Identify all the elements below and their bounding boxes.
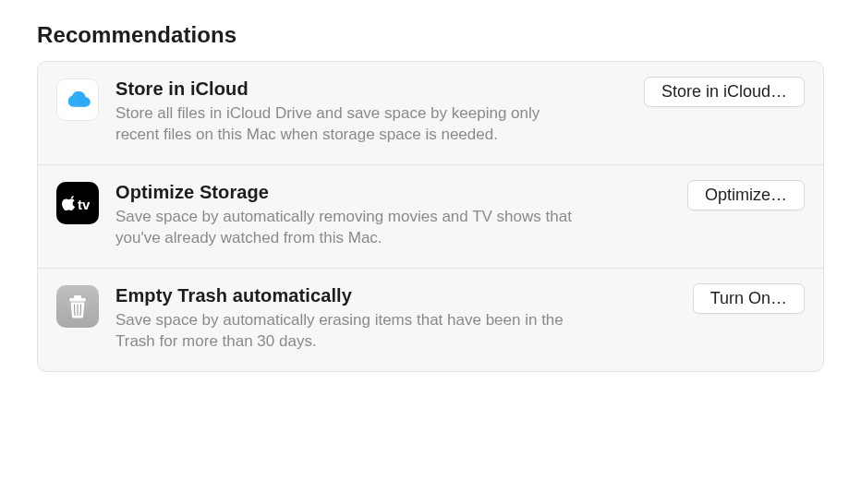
recommendations-panel: Store in iCloud Store all files in iClou… [37, 61, 824, 372]
trash-icon [56, 285, 99, 328]
row-desc-optimize-storage: Save space by automatically removing mov… [115, 207, 587, 249]
icloud-icon [56, 78, 99, 121]
row-title-store-in-icloud: Store in iCloud [115, 78, 629, 100]
row-store-in-icloud: Store in iCloud Store all files in iClou… [38, 62, 823, 165]
row-desc-empty-trash: Save space by automatically erasing item… [115, 310, 587, 353]
svg-text:tv: tv [78, 197, 91, 212]
svg-rect-1 [74, 295, 81, 298]
row-title-empty-trash: Empty Trash automatically [115, 285, 678, 306]
row-optimize-storage: tv Optimize Storage Save space by automa… [38, 165, 823, 269]
turn-on-button[interactable]: Turn On… [693, 283, 805, 314]
row-title-optimize-storage: Optimize Storage [115, 182, 673, 203]
apple-tv-icon: tv [56, 182, 99, 224]
svg-line-5 [80, 304, 81, 316]
svg-line-3 [74, 304, 75, 316]
store-in-icloud-button[interactable]: Store in iCloud… [644, 77, 805, 107]
optimize-button[interactable]: Optimize… [687, 180, 805, 210]
row-empty-trash: Empty Trash automatically Save space by … [38, 269, 823, 371]
recommendations-title: Recommendations [37, 22, 824, 48]
svg-rect-2 [69, 298, 86, 301]
row-desc-store-in-icloud: Store all files in iCloud Drive and save… [115, 103, 587, 146]
